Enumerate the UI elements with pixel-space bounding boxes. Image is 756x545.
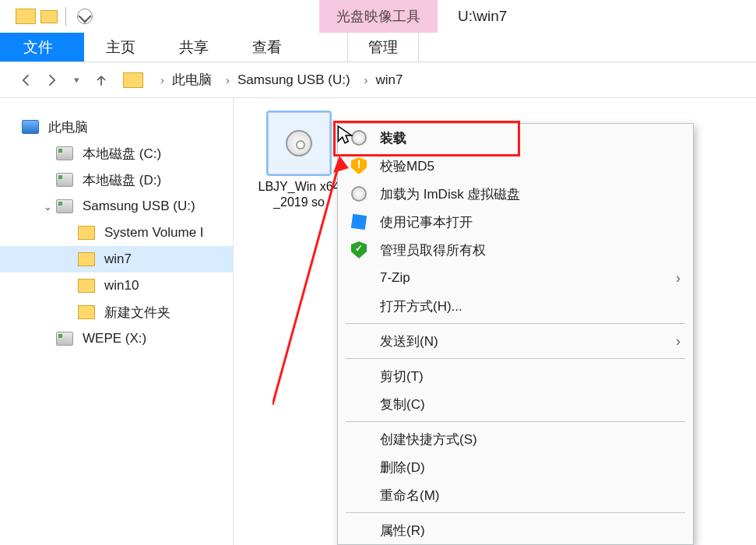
folder-icon	[16, 9, 36, 24]
drive-icon	[56, 146, 73, 160]
folder-icon	[78, 279, 95, 293]
tree-this-pc[interactable]: 此电脑	[0, 114, 233, 140]
file-thumbnail	[268, 112, 330, 174]
titlebar: 光盘映像工具 U:\win7	[0, 0, 756, 33]
window-title: U:\win7	[438, 0, 756, 33]
drive-icon	[56, 173, 73, 187]
menu-item-label: 管理员取得所有权	[380, 241, 486, 259]
address-bar[interactable]: ›此电脑 ›Samsung USB (U:) ›win7	[123, 71, 406, 89]
context-menu-item[interactable]: 打开方式(H)...	[338, 292, 693, 320]
tree-label: win10	[104, 278, 139, 294]
tree-folder[interactable]: System Volume I	[0, 220, 233, 246]
context-menu-item[interactable]: 校验MD5	[338, 152, 693, 180]
folder-icon	[40, 10, 58, 23]
menu-separator	[346, 358, 685, 359]
tree-label: 本地磁盘 (C:)	[83, 145, 161, 163]
disc-icon	[349, 185, 369, 202]
menu-separator	[346, 421, 685, 422]
context-menu-item[interactable]: 发送到(N)›	[338, 327, 693, 355]
recent-locations-button[interactable]: ▾	[64, 68, 89, 93]
folder-icon	[78, 226, 95, 240]
tree-folder[interactable]: win7	[0, 246, 233, 272]
navigation-bar: ▾ ›此电脑 ›Samsung USB (U:) ›win7	[0, 62, 756, 98]
menu-item-label: 使用记事本打开	[380, 213, 473, 231]
pc-icon	[22, 120, 39, 134]
context-menu-item[interactable]: 创建快捷方式(S)	[338, 425, 693, 453]
navigation-tree[interactable]: 此电脑 本地磁盘 (C:)本地磁盘 (D:)⌄Samsung USB (U:)S…	[0, 98, 234, 545]
forward-button[interactable]	[39, 68, 64, 93]
tree-label: 新建文件夹	[104, 304, 171, 322]
tab-manage[interactable]: 管理	[347, 33, 419, 62]
breadcrumb-folder[interactable]: win7	[376, 72, 403, 88]
context-menu-item[interactable]: 使用记事本打开	[338, 208, 693, 236]
blank-icon	[349, 431, 369, 448]
qat-dropdown-icon[interactable]	[77, 9, 93, 24]
tree-label: 本地磁盘 (D:)	[83, 171, 161, 189]
breadcrumb-this-pc[interactable]: 此电脑	[172, 71, 212, 89]
separator	[65, 7, 66, 26]
context-menu-item[interactable]: 重命名(M)	[338, 481, 693, 509]
chevron-right-icon[interactable]: ›	[218, 73, 237, 86]
chevron-right-icon: ›	[676, 270, 680, 287]
tab-home[interactable]: 主页	[84, 33, 157, 62]
menu-item-label: 发送到(N)	[380, 332, 438, 350]
disc-icon	[349, 129, 369, 146]
disc-icon	[286, 130, 312, 156]
tree-drive[interactable]: ⌄Samsung USB (U:)	[0, 193, 233, 220]
context-menu-item[interactable]: 加载为 ImDisk 虚拟磁盘	[338, 180, 693, 208]
menu-item-label: 删除(D)	[380, 459, 425, 476]
menu-item-label: 装载	[380, 129, 406, 147]
menu-item-label: 加载为 ImDisk 虚拟磁盘	[380, 185, 520, 203]
menu-item-label: 打开方式(H)...	[380, 297, 462, 315]
context-menu-item[interactable]: 装载	[338, 124, 693, 152]
breadcrumb-drive[interactable]: Samsung USB (U:)	[237, 72, 350, 88]
tree-drive[interactable]: WEPE (X:)	[0, 325, 233, 352]
shield-check-icon	[349, 241, 369, 258]
blank-icon	[349, 367, 369, 385]
context-menu-item[interactable]: 删除(D)	[338, 453, 693, 481]
blank-icon	[349, 297, 369, 315]
context-menu-item[interactable]: 属性(R)	[338, 516, 693, 544]
ribbon-tabs: 文件 主页 共享 查看 管理	[0, 33, 756, 62]
tree-folder[interactable]: 新建文件夹	[0, 299, 233, 325]
blank-icon	[349, 459, 369, 476]
quick-access-toolbar	[0, 0, 319, 33]
expander-icon[interactable]: ⌄	[44, 201, 55, 213]
shield-warning-icon	[349, 157, 369, 174]
menu-separator	[346, 323, 685, 324]
up-button[interactable]	[89, 68, 114, 93]
tree-folder[interactable]: win10	[0, 272, 233, 299]
menu-item-label: 复制(C)	[380, 396, 425, 413]
tree-drive[interactable]: 本地磁盘 (C:)	[0, 140, 233, 167]
menu-item-label: 属性(R)	[380, 522, 425, 540]
context-menu-item[interactable]: 剪切(T)	[338, 362, 693, 390]
chevron-right-icon[interactable]: ›	[153, 73, 172, 86]
menu-item-label: 剪切(T)	[380, 367, 424, 385]
tab-file[interactable]: 文件	[0, 33, 84, 62]
context-menu-item[interactable]: 复制(C)	[338, 390, 693, 418]
blank-icon	[349, 269, 369, 287]
context-menu-item[interactable]: 7-Zip›	[338, 264, 693, 292]
chevron-right-icon: ›	[676, 333, 680, 350]
folder-icon	[78, 252, 95, 266]
file-item-iso[interactable]: LBJY_Win x64_2019 so	[257, 112, 341, 210]
tree-drive[interactable]: 本地磁盘 (D:)	[0, 167, 233, 193]
context-menu: 装载校验MD5加载为 ImDisk 虚拟磁盘使用记事本打开管理员取得所有权7-Z…	[337, 123, 694, 545]
tree-label: WEPE (X:)	[83, 331, 146, 346]
tab-share[interactable]: 共享	[157, 33, 230, 62]
notepad-icon	[349, 213, 369, 230]
chevron-right-icon[interactable]: ›	[357, 73, 376, 86]
menu-item-label: 校验MD5	[380, 157, 434, 175]
drive-icon	[56, 199, 73, 213]
folder-icon	[123, 72, 143, 88]
blank-icon	[349, 487, 369, 504]
tree-label: System Volume I	[104, 225, 204, 241]
context-menu-item[interactable]: 管理员取得所有权	[338, 236, 693, 264]
file-name: LBJY_Win x64_2019 so	[257, 179, 341, 210]
tab-view[interactable]: 查看	[230, 33, 304, 62]
menu-item-label: 创建快捷方式(S)	[380, 431, 477, 448]
menu-separator	[346, 512, 685, 513]
menu-item-label: 重命名(M)	[380, 487, 439, 505]
back-button[interactable]	[14, 68, 39, 93]
blank-icon	[349, 396, 369, 413]
